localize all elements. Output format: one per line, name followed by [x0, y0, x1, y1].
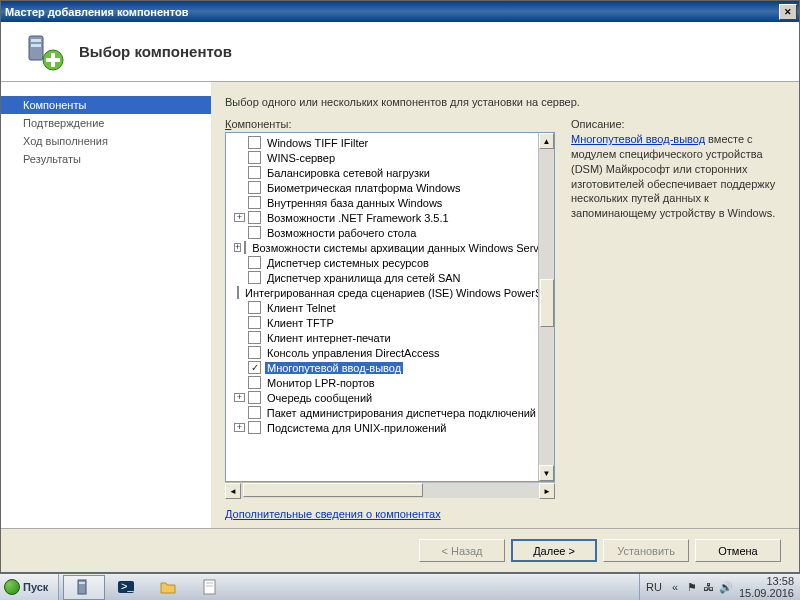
sidebar-item-confirmation[interactable]: Подтверждение	[1, 114, 211, 132]
checkbox[interactable]	[248, 211, 261, 224]
task-notepad[interactable]	[189, 575, 231, 600]
checkbox[interactable]	[248, 346, 261, 359]
task-powershell[interactable]: >_	[105, 575, 147, 600]
next-button[interactable]: Далее >	[511, 539, 597, 562]
tree-item-label: Возможности .NET Framework 3.5.1	[265, 212, 451, 224]
tray-volume-icon[interactable]: 🔊	[719, 580, 733, 594]
checkbox[interactable]	[248, 301, 261, 314]
svg-text:>_: >_	[121, 580, 134, 592]
taskbar[interactable]: Пуск >_ RU « ⚑ 🖧 🔊 13:58 15.09.2016	[0, 573, 800, 600]
tree-row[interactable]: Windows TIFF IFilter	[226, 135, 538, 150]
tree-row[interactable]: +Возможности .NET Framework 3.5.1	[226, 210, 538, 225]
expand-toggle[interactable]: +	[234, 213, 245, 222]
scroll-thumb[interactable]	[540, 279, 554, 327]
tree-row[interactable]: Клиент интернет-печати	[226, 330, 538, 345]
description-link[interactable]: Многопутевой ввод-вывод	[571, 133, 705, 145]
task-items: >_	[59, 574, 231, 600]
tree-item-label: Консоль управления DirectAccess	[265, 347, 442, 359]
back-button[interactable]: < Назад	[419, 539, 505, 562]
tree-row[interactable]: Пакет администрирования диспетчера подкл…	[226, 405, 538, 420]
start-button[interactable]: Пуск	[0, 574, 59, 601]
horizontal-scrollbar[interactable]: ◄ ►	[225, 482, 555, 498]
start-orb-icon	[4, 579, 20, 595]
titlebar[interactable]: Мастер добавления компонентов ✕	[1, 1, 799, 22]
sidebar-item-results[interactable]: Результаты	[1, 150, 211, 168]
scroll-right-button[interactable]: ►	[539, 483, 555, 499]
tray-clock[interactable]: 13:58 15.09.2016	[739, 575, 794, 599]
checkbox[interactable]	[248, 136, 261, 149]
tree-row[interactable]: Диспетчер хранилища для сетей SAN	[226, 270, 538, 285]
checkbox[interactable]	[248, 256, 261, 269]
checkbox[interactable]	[248, 271, 261, 284]
tree-row[interactable]: Возможности рабочего стола	[226, 225, 538, 240]
checkbox[interactable]	[248, 151, 261, 164]
task-server-manager[interactable]	[63, 575, 105, 600]
tray-chevron-icon[interactable]: «	[668, 580, 682, 594]
checkbox[interactable]	[248, 166, 261, 179]
tree-item-label: Подсистема для UNIX-приложений	[265, 422, 449, 434]
tree-row[interactable]: Клиент Telnet	[226, 300, 538, 315]
more-info-link[interactable]: Дополнительные сведения о компонентах	[225, 508, 555, 520]
expand-toggle[interactable]: +	[234, 243, 241, 252]
components-label: Компоненты:	[225, 118, 555, 130]
tree-item-label: WINS-сервер	[265, 152, 337, 164]
checkbox[interactable]	[248, 391, 261, 404]
tree-item-label: Биометрическая платформа Windows	[265, 182, 463, 194]
checkbox[interactable]	[248, 376, 261, 389]
tree-row[interactable]: +Очередь сообщений	[226, 390, 538, 405]
tree-item-label: Клиент TFTP	[265, 317, 336, 329]
tray-time: 13:58	[739, 575, 794, 587]
scroll-up-button[interactable]: ▲	[539, 133, 554, 149]
scroll-down-button[interactable]: ▼	[539, 465, 554, 481]
tray-flag-icon[interactable]: ⚑	[685, 580, 699, 594]
language-indicator[interactable]: RU	[646, 581, 662, 593]
checkbox[interactable]	[248, 331, 261, 344]
close-button[interactable]: ✕	[779, 4, 797, 20]
expand-toggle	[234, 138, 245, 147]
checkbox[interactable]	[248, 226, 261, 239]
tree-row[interactable]: Биометрическая платформа Windows	[226, 180, 538, 195]
sidebar-item-progress[interactable]: Ход выполнения	[1, 132, 211, 150]
expand-toggle[interactable]: +	[234, 423, 245, 432]
cancel-button[interactable]: Отмена	[695, 539, 781, 562]
tree-item-label: Балансировка сетевой нагрузки	[265, 167, 432, 179]
sidebar-item-components[interactable]: Компоненты	[1, 96, 211, 114]
checkbox[interactable]	[248, 181, 261, 194]
checkbox[interactable]	[248, 406, 261, 419]
tree-row[interactable]: WINS-сервер	[226, 150, 538, 165]
tree-row[interactable]: ✓Многопутевой ввод-вывод	[226, 360, 538, 375]
window-title: Мастер добавления компонентов	[5, 6, 188, 18]
tree-item-label: Возможности системы архивации данных Win…	[250, 242, 538, 254]
tree-row[interactable]: Балансировка сетевой нагрузки	[226, 165, 538, 180]
vertical-scrollbar[interactable]: ▲ ▼	[538, 133, 554, 481]
description-text: Многопутевой ввод-вывод вместе с модулем…	[571, 132, 783, 221]
tree-row[interactable]: Консоль управления DirectAccess	[226, 345, 538, 360]
components-tree[interactable]: Windows TIFF IFilterWINS-серверБалансиро…	[225, 132, 555, 482]
checkbox[interactable]	[248, 316, 261, 329]
checkbox[interactable]	[248, 196, 261, 209]
checkbox[interactable]: ✓	[248, 361, 261, 374]
tree-row[interactable]: +Возможности системы архивации данных Wi…	[226, 240, 538, 255]
tray-network-icon[interactable]: 🖧	[702, 580, 716, 594]
instruction-text: Выбор одного или нескольких компонентов …	[225, 96, 783, 108]
expand-toggle[interactable]: +	[234, 393, 245, 402]
checkbox[interactable]	[248, 421, 261, 434]
expand-toggle	[234, 153, 245, 162]
tree-row[interactable]: +Подсистема для UNIX-приложений	[226, 420, 538, 435]
expand-toggle	[234, 198, 245, 207]
tree-row[interactable]: Внутренняя база данных Windows	[226, 195, 538, 210]
scroll-left-button[interactable]: ◄	[225, 483, 241, 499]
checkbox[interactable]	[237, 286, 239, 299]
tray-date: 15.09.2016	[739, 587, 794, 599]
tree-row[interactable]: Монитор LPR-портов	[226, 375, 538, 390]
hscroll-thumb[interactable]	[243, 483, 423, 497]
install-button[interactable]: Установить	[603, 539, 689, 562]
expand-toggle	[234, 183, 245, 192]
checkbox[interactable]	[244, 241, 246, 254]
tree-item-label: Интегрированная среда сценариев (ISE) Wi…	[243, 287, 538, 299]
tree-row[interactable]: Клиент TFTP	[226, 315, 538, 330]
task-explorer[interactable]	[147, 575, 189, 600]
tree-row[interactable]: Диспетчер системных ресурсов	[226, 255, 538, 270]
system-tray[interactable]: RU « ⚑ 🖧 🔊 13:58 15.09.2016	[639, 574, 800, 600]
tree-row[interactable]: Интегрированная среда сценариев (ISE) Wi…	[226, 285, 538, 300]
